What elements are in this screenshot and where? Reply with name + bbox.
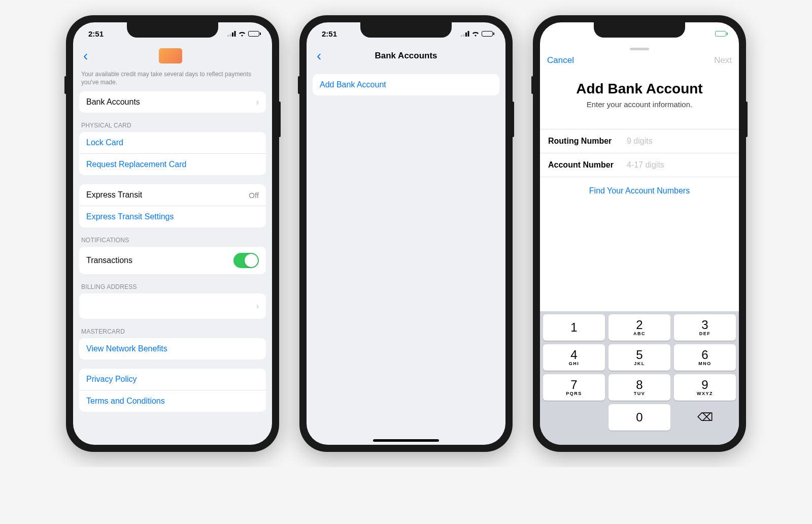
key-4[interactable]: 4GHI (543, 344, 605, 371)
screen-2: 2:51 ‹ Bank Accounts Add (307, 22, 505, 445)
sheet-nav-bar: Cancel Next (540, 50, 739, 71)
express-transit-label: Express Transit (86, 190, 142, 200)
privacy-policy-label: Privacy Policy (86, 375, 137, 384)
lock-card-row[interactable]: Lock Card (79, 132, 266, 153)
back-button[interactable]: ‹ (80, 48, 91, 64)
screen-1: 2:51 ‹ Your available credit may take se… (73, 22, 272, 445)
network-benefits-row[interactable]: View Network Benefits (79, 338, 266, 359)
account-number-input[interactable] (627, 160, 731, 170)
phone-frame-1: 2:51 ‹ Your available credit may take se… (66, 15, 279, 452)
svg-rect-4 (461, 35, 462, 37)
lock-card-label: Lock Card (86, 138, 123, 147)
physical-card-header: PHYSICAL CARD (73, 113, 272, 132)
phone-frame-2: 2:51 ‹ Bank Accounts Add (299, 15, 513, 452)
express-transit-settings-label: Express Transit Settings (86, 212, 174, 221)
wifi-icon (471, 31, 480, 37)
home-indicator[interactable] (373, 439, 439, 442)
battery-icon (248, 31, 261, 37)
find-account-numbers-link[interactable]: Find Your Account Numbers (540, 186, 739, 195)
request-replacement-row[interactable]: Request Replacement Card (79, 153, 266, 175)
svg-rect-0 (227, 35, 229, 37)
notch (127, 22, 218, 38)
mastercard-header: MASTERCARD (73, 319, 272, 338)
account-number-label: Account Number (548, 160, 627, 170)
notifications-header: NOTIFICATIONS (73, 227, 272, 247)
chevron-right-icon: › (256, 302, 259, 311)
key-2[interactable]: 2ABC (608, 314, 670, 341)
express-transit-value: Off (249, 191, 259, 200)
key-6[interactable]: 6MNO (674, 344, 736, 371)
settings-content[interactable]: Your available credit may take several d… (73, 67, 272, 445)
key-blank (543, 404, 605, 431)
status-icons (715, 31, 728, 37)
terms-label: Terms and Conditions (86, 397, 165, 406)
svg-rect-1 (230, 34, 231, 37)
transactions-row: Transactions (79, 247, 266, 274)
wifi-icon (238, 31, 246, 37)
request-replacement-label: Request Replacement Card (86, 160, 186, 169)
battery-icon (715, 31, 728, 37)
key-0[interactable]: 0 (608, 404, 670, 431)
key-1[interactable]: 1 (543, 314, 605, 341)
transactions-toggle[interactable] (233, 253, 259, 268)
status-icons (227, 31, 261, 37)
routing-number-label: Routing Number (548, 137, 627, 146)
key-3[interactable]: 3DEF (674, 314, 736, 341)
routing-number-row: Routing Number (540, 129, 739, 153)
key-5[interactable]: 5JKL (608, 344, 670, 371)
battery-icon (482, 31, 494, 37)
svg-rect-2 (232, 32, 233, 37)
terms-row[interactable]: Terms and Conditions (79, 390, 266, 412)
key-7[interactable]: 7PQRS (543, 374, 605, 401)
phone-frame-3: Cancel Next Add Bank Account Enter your … (533, 15, 746, 452)
notch (360, 22, 452, 38)
svg-rect-7 (468, 31, 469, 37)
network-benefits-label: View Network Benefits (86, 344, 167, 353)
notch (594, 22, 685, 38)
sheet-title: Add Bank Account (540, 81, 739, 97)
next-button[interactable]: Next (714, 55, 732, 66)
credit-helper-text: Your available credit may take several d… (73, 67, 272, 91)
svg-rect-6 (465, 32, 467, 37)
status-time: 2:51 (88, 29, 104, 38)
billing-address-header: BILLING ADDRESS (73, 274, 272, 293)
chevron-right-icon: › (256, 97, 259, 107)
key-9[interactable]: 9WXYZ (674, 374, 736, 401)
bank-accounts-label: Bank Accounts (86, 97, 140, 107)
status-icons (461, 31, 494, 37)
billing-address-row[interactable]: › (79, 293, 266, 319)
svg-rect-5 (463, 34, 465, 37)
sheet-subtitle: Enter your account information. (540, 100, 739, 109)
screen-3: Cancel Next Add Bank Account Enter your … (540, 22, 739, 445)
routing-number-input[interactable] (627, 137, 731, 146)
add-bank-account-row[interactable]: Add Bank Account (313, 74, 499, 95)
numeric-keypad: 1 2ABC 3DEF 4GHI 5JKL 6MNO 7PQRS 8TUV 9W… (540, 311, 739, 445)
account-number-row: Account Number (540, 153, 739, 177)
cancel-button[interactable]: Cancel (547, 55, 574, 66)
backspace-icon: ⌫ (697, 411, 713, 424)
signal-icon (461, 31, 469, 37)
express-transit-settings-row[interactable]: Express Transit Settings (79, 206, 266, 227)
express-transit-row[interactable]: Express Transit Off (79, 184, 266, 206)
nav-bar: ‹ (73, 45, 272, 67)
privacy-policy-row[interactable]: Privacy Policy (79, 369, 266, 390)
add-bank-content: Add Bank Account Enter your account info… (540, 71, 739, 445)
signal-icon (227, 31, 236, 37)
bank-accounts-row[interactable]: Bank Accounts › (79, 91, 266, 113)
nav-bar: ‹ Bank Accounts (307, 45, 505, 67)
key-backspace[interactable]: ⌫ (674, 404, 736, 431)
bank-accounts-content: Add Bank Account (307, 67, 505, 445)
nav-title: Bank Accounts (307, 51, 505, 61)
status-time: 2:51 (322, 29, 337, 38)
transactions-label: Transactions (86, 256, 132, 265)
svg-rect-3 (234, 31, 236, 37)
card-thumbnail-icon (159, 48, 182, 63)
key-8[interactable]: 8TUV (608, 374, 670, 401)
add-bank-account-label: Add Bank Account (320, 80, 386, 89)
back-button[interactable]: ‹ (314, 48, 324, 64)
